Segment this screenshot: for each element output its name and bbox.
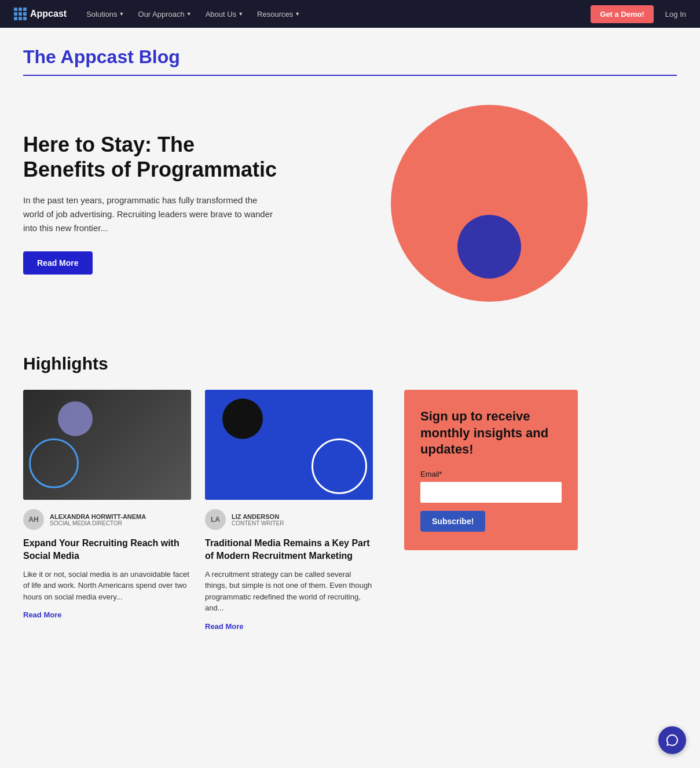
hero-section: Here to Stay: The Benefits of Programmat… — [0, 76, 700, 342]
hero-read-more-button[interactable]: Read More — [23, 251, 93, 275]
author-info-2: LIZ ANDERSON CONTENT WRITER — [232, 513, 284, 526]
nav-link-resources[interactable]: Resources ▼ — [251, 6, 306, 22]
email-label: Email* — [420, 470, 562, 478]
logo-grid-icon — [14, 8, 27, 20]
highlights-grid: AH ALEXANDRA HORWITT-ANEMA SOCIAL MEDIA … — [23, 390, 677, 631]
page-header: The Appcast Blog — [0, 28, 700, 76]
hero-circle-large — [391, 105, 588, 302]
page-title: The Appcast Blog — [23, 46, 677, 76]
email-input[interactable] — [420, 482, 562, 503]
author-role-2: CONTENT WRITER — [232, 520, 284, 526]
card-title-1: Expand Your Recruiting Reach with Social… — [23, 537, 191, 563]
card-2-image — [205, 390, 373, 500]
author-row-1: AH ALEXANDRA HORWITT-ANEMA SOCIAL MEDIA … — [23, 509, 191, 530]
hero-image — [301, 99, 677, 308]
chevron-down-icon: ▼ — [186, 11, 192, 17]
get-demo-button[interactable]: Get a Demo! — [591, 5, 654, 23]
chevron-down-icon: ▼ — [238, 11, 243, 17]
nav-logo[interactable]: Appcast — [14, 8, 67, 20]
highlights-section: Highlights AH ALEXANDRA HORWITT-ANEMA SO… — [0, 342, 700, 666]
chevron-down-icon: ▼ — [295, 11, 300, 17]
card-1-image — [23, 390, 191, 500]
author-role-1: SOCIAL MEDIA DIRECTOR — [50, 520, 146, 526]
highlight-card-2: LA LIZ ANDERSON CONTENT WRITER Tradition… — [205, 390, 373, 631]
card-1-read-more-link[interactable]: Read More — [23, 610, 61, 619]
login-link[interactable]: Log In — [665, 10, 686, 19]
card-title-2: Traditional Media Remains a Key Part of … — [205, 537, 373, 563]
signup-title: Sign up to receive monthly insights and … — [420, 408, 562, 458]
subscribe-button[interactable]: Subscribe! — [420, 511, 485, 532]
avatar-1: AH — [23, 509, 44, 530]
chevron-down-icon: ▼ — [119, 11, 124, 17]
author-name-1: ALEXANDRA HORWITT-ANEMA — [50, 513, 146, 520]
avatar-2: LA — [205, 509, 226, 530]
nav-links: Solutions ▼ Our Approach ▼ About Us ▼ Re… — [80, 6, 586, 22]
navbar: Appcast Solutions ▼ Our Approach ▼ About… — [0, 0, 700, 28]
card-1-thumbnail — [23, 390, 191, 500]
card-2-read-more-link[interactable]: Read More — [205, 622, 243, 631]
author-info-1: ALEXANDRA HORWITT-ANEMA SOCIAL MEDIA DIR… — [50, 513, 146, 526]
logo-text: Appcast — [30, 9, 67, 19]
nav-link-our-approach[interactable]: Our Approach ▼ — [133, 6, 197, 22]
highlight-card-1: AH ALEXANDRA HORWITT-ANEMA SOCIAL MEDIA … — [23, 390, 191, 620]
highlights-title: Highlights — [23, 354, 677, 374]
hero-circle-small — [457, 215, 521, 279]
author-row-2: LA LIZ ANDERSON CONTENT WRITER — [205, 509, 373, 530]
hero-text: Here to Stay: The Benefits of Programmat… — [23, 132, 278, 275]
hero-description: In the past ten years, programmatic has … — [23, 193, 278, 235]
author-name-2: LIZ ANDERSON — [232, 513, 284, 520]
nav-link-about-us[interactable]: About Us ▼ — [200, 6, 249, 22]
nav-link-solutions[interactable]: Solutions ▼ — [80, 6, 130, 22]
card-desc-2: A recruitment strategy can be called sev… — [205, 569, 373, 614]
card-2-thumbnail — [205, 390, 373, 500]
signup-box: Sign up to receive monthly insights and … — [404, 390, 578, 550]
card-desc-1: Like it or not, social media is an unavo… — [23, 569, 191, 603]
hero-title: Here to Stay: The Benefits of Programmat… — [23, 132, 278, 182]
